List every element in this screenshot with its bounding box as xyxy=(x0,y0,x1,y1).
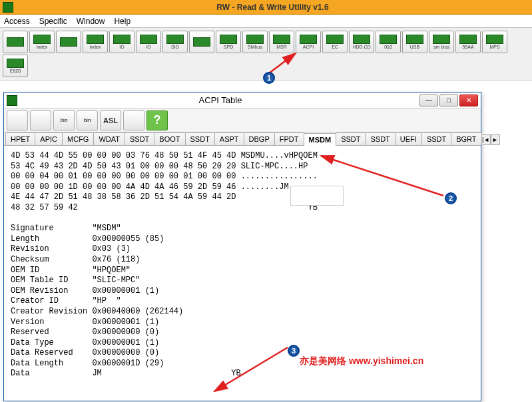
maximize-button[interactable]: □ xyxy=(439,95,458,106)
smbus-icon[interactable]: SMbus xyxy=(242,31,268,53)
tab-ssdt[interactable]: SSDT xyxy=(125,132,154,145)
io-icon[interactable]: IO xyxy=(109,31,134,53)
hdd-icon[interactable]: HDD.CD xyxy=(349,31,374,53)
tab-aspt[interactable]: ASPT xyxy=(214,132,244,145)
tab-boot[interactable]: BOOT xyxy=(154,132,185,145)
tab-apic[interactable]: APIC xyxy=(35,132,63,145)
mem-icon[interactable] xyxy=(3,31,28,53)
redaction-box xyxy=(290,186,344,206)
menu-access[interactable]: Access xyxy=(4,17,30,26)
asl-icon[interactable]: ASL xyxy=(100,110,121,130)
menu-bar: Access Specific Window Help xyxy=(0,15,532,28)
msr-icon[interactable]: MSR xyxy=(269,31,294,53)
tab-dbgp[interactable]: DBGP xyxy=(244,132,275,145)
find-icon[interactable] xyxy=(123,110,144,130)
tab-wdat[interactable]: WDAT xyxy=(93,132,125,145)
acpi-icon[interactable]: ACPI xyxy=(296,31,321,53)
tab-mcfg[interactable]: MCFG xyxy=(62,132,94,145)
tab-row: HPETAPICMCFGWDATSSDTBOOTSSDTASPTDBGPFPDT… xyxy=(4,132,481,146)
acpi-titlebar: ACPI Table — □ ✕ xyxy=(4,93,481,108)
tab-hpet[interactable]: HPET xyxy=(5,132,35,145)
tab-uefi[interactable]: UEFI xyxy=(395,132,422,145)
bin-icon[interactable]: bin xyxy=(53,110,75,130)
index2-icon[interactable]: index xyxy=(83,31,108,53)
chip-icon[interactable] xyxy=(56,31,81,53)
menu-help[interactable]: Help xyxy=(114,17,131,26)
save-multi-icon[interactable] xyxy=(30,110,51,130)
watermark: 亦是美网络 www.yishimei.cn xyxy=(300,355,423,367)
save-icon[interactable] xyxy=(7,110,28,130)
sio-icon[interactable]: SIO xyxy=(162,31,188,53)
io2-icon[interactable]: IO xyxy=(136,31,161,53)
010-icon[interactable]: 010 xyxy=(376,31,401,53)
tab-ssdt[interactable]: SSDT xyxy=(421,132,451,145)
tab-bgrt[interactable]: BGRT xyxy=(451,132,481,145)
index-icon[interactable]: index xyxy=(29,31,55,53)
tab-scroll-left[interactable]: |◄ xyxy=(481,134,491,145)
tab-ssdt[interactable]: SSDT xyxy=(185,132,215,145)
ec-icon[interactable]: EC xyxy=(322,31,348,53)
tab-fpdt[interactable]: FPDT xyxy=(274,132,304,145)
tab-ssdt[interactable]: SSDT xyxy=(365,132,395,145)
close-button[interactable]: ✕ xyxy=(459,95,478,106)
annotation-3: 3 xyxy=(288,345,300,357)
menu-specific[interactable]: Specific xyxy=(39,17,67,26)
bin-multi-icon[interactable]: bin xyxy=(77,110,98,130)
acpi-toolbar: binbinASL? xyxy=(4,108,481,132)
acpi-sys-icon xyxy=(7,95,17,106)
minimize-button[interactable]: — xyxy=(419,95,438,106)
e820-icon[interactable]: E820 xyxy=(3,55,28,77)
main-titlebar: RW - Read & Write Utility v1.6 xyxy=(0,0,532,15)
window-title: RW - Read & Write Utility v1.6 xyxy=(16,3,529,12)
annotation-2: 2 xyxy=(445,192,457,204)
spd-icon[interactable]: SPD xyxy=(216,31,241,53)
app-icon xyxy=(3,2,13,13)
menu-window[interactable]: Window xyxy=(77,17,105,26)
tab-msdm[interactable]: MSDM xyxy=(304,133,337,146)
acpi-title: ACPI Table xyxy=(21,95,419,105)
tab-ssdt[interactable]: SSDT xyxy=(336,132,366,145)
wave-icon[interactable] xyxy=(189,31,214,53)
help-icon[interactable]: ? xyxy=(146,110,168,130)
smbios-icon[interactable]: sm bios xyxy=(429,31,454,53)
content-area: 4D 53 44 4D 55 00 00 00 03 76 48 50 51 4… xyxy=(4,146,481,385)
usb-icon[interactable]: USB xyxy=(402,31,427,53)
mps-icon[interactable]: MPS xyxy=(482,31,507,53)
tab-scroll-right[interactable]: ► xyxy=(491,134,500,145)
annotation-1: 1 xyxy=(263,72,275,84)
55aa-icon[interactable]: 55AA xyxy=(455,31,481,53)
